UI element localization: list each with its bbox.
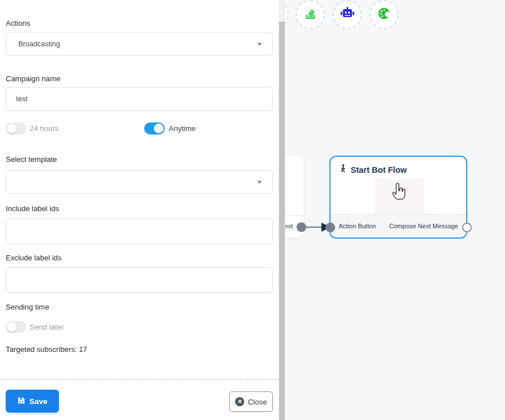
select-template-label: Select template	[6, 155, 57, 164]
toggle-knob	[7, 124, 17, 133]
node-input-port[interactable]	[325, 223, 335, 232]
include-label-ids-input[interactable]	[6, 219, 273, 244]
actions-select-value: Broadcasting	[18, 40, 60, 48]
campaign-name-label: Campaign name	[6, 74, 60, 83]
flow-builder-screen: lext	[0, 0, 505, 420]
stack-icon	[303, 6, 318, 23]
close-x-icon: ✕	[235, 397, 244, 406]
include-label-ids-label: Include label ids	[6, 204, 59, 213]
hand-cursor-icon	[390, 183, 406, 203]
output-port-label: Compose Next Message	[389, 215, 458, 238]
panel-scrollbar-thumb[interactable]	[279, 22, 285, 420]
palette-icon	[376, 6, 392, 23]
save-button-label: Save	[29, 397, 47, 406]
node-output-port[interactable]	[462, 223, 472, 232]
chevron-down-icon	[257, 43, 262, 46]
toggle-knob	[7, 322, 17, 332]
exclude-label-ids-input[interactable]	[6, 267, 273, 293]
node-title: Start Bot Flow	[351, 165, 407, 175]
targeted-subscribers-text: Targeted subscribers: 17	[6, 345, 87, 354]
toolbar-button-templates[interactable]	[296, 0, 325, 29]
actions-select[interactable]: Broadcasting	[6, 32, 273, 56]
toolbar-button-theme[interactable]	[369, 0, 399, 29]
close-button[interactable]: ✕ Close	[229, 391, 273, 412]
close-button-label: Close	[248, 398, 267, 406]
send-later-toggle[interactable]	[6, 321, 26, 333]
broadcast-settings-panel: Actions Broadcasting Campaign name 24 ho…	[0, 0, 279, 420]
24-hours-toggle[interactable]	[6, 122, 26, 134]
toggle-knob	[154, 124, 164, 133]
send-later-toggle-label: Send later	[30, 323, 63, 331]
24-hours-toggle-label: 24 hours	[30, 124, 59, 133]
robot-icon	[340, 6, 355, 23]
node-header: Start Bot Flow	[331, 157, 466, 176]
campaign-name-input[interactable]	[6, 87, 273, 111]
toolbar-button-bot[interactable]	[333, 0, 362, 29]
exclude-label-ids-label: Exclude label ids	[6, 253, 62, 262]
node-footer: Action Button Compose Next Message	[331, 214, 466, 237]
panel-scrollbar-track[interactable]	[279, 0, 285, 420]
walking-person-icon	[339, 164, 347, 176]
anytime-toggle[interactable]	[144, 122, 165, 134]
save-floppy-icon	[17, 397, 25, 406]
input-port-label: Action Button	[339, 215, 376, 238]
actions-label: Actions	[6, 19, 30, 27]
footer-divider	[0, 379, 279, 380]
chevron-down-icon	[257, 181, 262, 184]
template-select[interactable]	[6, 170, 273, 194]
edge-source-dot[interactable]	[297, 223, 307, 232]
save-button[interactable]: Save	[6, 390, 59, 413]
sending-time-label: Sending time	[6, 303, 49, 311]
anytime-toggle-label: Anytime	[169, 124, 196, 133]
